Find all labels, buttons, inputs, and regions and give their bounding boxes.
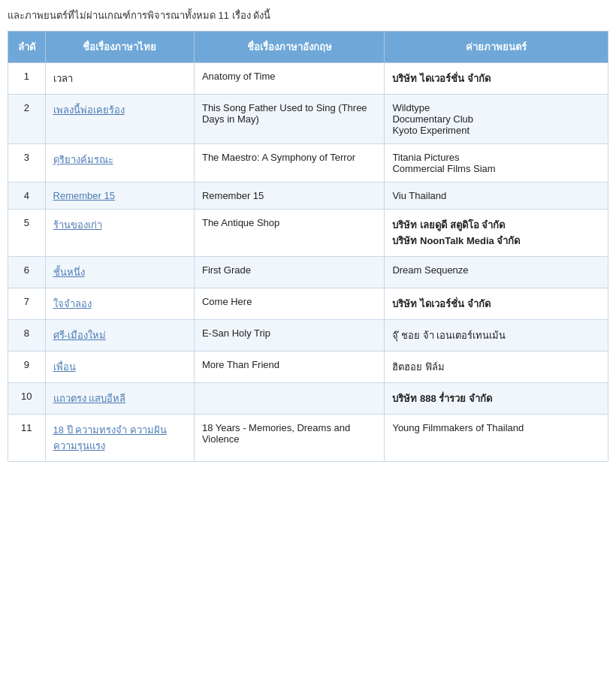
cell-english: Anatomy of Time [194,63,384,95]
cell-thai[interactable]: 18 ปี ความทรงจำ ความฝัน ความรุนแรง [45,415,194,462]
cell-num: 1 [8,63,46,95]
cell-studio: Young Filmmakers of Thailand [385,415,608,462]
cell-english: More Than Friend [194,352,384,383]
thai-title-link[interactable]: แถวตรง แสบอีหลี [53,393,126,404]
cell-num: 5 [8,210,46,257]
table-row: 7ใจจำลองCome Hereบริษัท ไดเวอร์ชั่น จำกั… [8,288,608,320]
thai-title-link[interactable]: Remember 15 [53,190,115,201]
thai-title-link[interactable]: ศรี-เมืองใหม่ [53,330,106,341]
cell-studio: Dream Sequenze [385,257,608,288]
cell-studio: บริษัท เลยดูดี สตูดิโอ จำกัดบริษัท NoonT… [385,210,608,257]
studio-name: Dream Sequenze [392,264,468,276]
thai-title-link[interactable]: ดุริยางค์มรณะ [53,154,113,165]
cell-english: 18 Years - Memories, Dreams and Violence [194,415,384,462]
cell-english: E-San Holy Trip [194,320,384,352]
thai-title-link[interactable]: ชั้นหนึ่ง [53,267,85,278]
cell-num: 6 [8,257,46,288]
cell-studio: จุ๊ ชอย จ้า เอนเตอร์เทนเม้น [385,320,608,352]
table-row: 2เพลงนี้พ่อเคยร้องThis Song Father Used … [8,95,608,144]
cell-thai[interactable]: ศรี-เมืองใหม่ [45,320,194,352]
studio-name: Commercial Films Siam [392,163,495,174]
cell-studio: บริษัท ไดเวอร์ชั่น จำกัด [385,63,608,95]
cell-thai: เวลา [45,63,194,95]
header-num: ลำดั [8,32,46,63]
cell-num: 2 [8,95,46,144]
studio-name: Young Filmmakers of Thailand [392,422,524,433]
table-row: 1เวลาAnatomy of Timeบริษัท ไดเวอร์ชั่น จ… [8,63,608,95]
studio-name: Kyoto Experiment [392,125,470,136]
table-row: 9เพื่อนMore Than Friendฮิตฮอย ฟิล์ม [8,352,608,383]
thai-title-link[interactable]: ใจจำลอง [53,298,92,309]
cell-english: Come Here [194,288,384,320]
table-row: 1118 ปี ความทรงจำ ความฝัน ความรุนแรง18 Y… [8,415,608,462]
table-row: 8ศรี-เมืองใหม่E-San Holy Tripจุ๊ ชอย จ้า… [8,320,608,352]
studio-name: Documentary Club [392,113,473,125]
cell-num: 4 [8,183,46,210]
cell-english: First Grade [194,257,384,288]
studio-name: ฮิตฮอย ฟิล์ม [392,361,445,373]
cell-english: The Maestro: A Symphony of Terror [194,144,384,183]
cell-num: 9 [8,352,46,383]
cell-thai[interactable]: ใจจำลอง [45,288,194,320]
header-thai: ชื่อเรื่องภาษาไทย [45,32,194,63]
studio-name: Wildtype [392,102,430,113]
studio-name: บริษัท 888 ร่ำรวย จำกัด [392,393,492,404]
thai-title-link[interactable]: ร้านของเก่า [53,219,102,231]
cell-studio: บริษัท 888 ร่ำรวย จำกัด [385,383,608,415]
studio-name: Titania Pictures [392,152,459,163]
cell-studio: ฮิตฮอย ฟิล์ม [385,352,608,383]
header-english: ชื่อเรื่องภาษาอังกฤษ [194,32,384,63]
cell-num: 3 [8,144,46,183]
cell-studio: บริษัท ไดเวอร์ชั่น จำกัด [385,288,608,320]
thai-title-link[interactable]: เพื่อน [53,361,76,373]
cell-thai[interactable]: แถวตรง แสบอีหลี [45,383,194,415]
films-table: ลำดั ชื่อเรื่องภาษาไทย ชื่อเรื่องภาษาอัง… [8,31,608,462]
cell-studio: Viu Thailand [385,183,608,210]
studio-name: บริษัท ไดเวอร์ชั่น จำกัด [392,298,490,309]
cell-num: 7 [8,288,46,320]
cell-num: 11 [8,415,46,462]
table-row: 4Remember 15Remember 15Viu Thailand [8,183,608,210]
studio-name: บริษัท ไดเวอร์ชั่น จำกัด [392,73,490,84]
cell-num: 8 [8,320,46,352]
thai-title-link[interactable]: 18 ปี ความทรงจำ ความฝัน ความรุนแรง [53,424,167,451]
studio-name: จุ๊ ชอย จ้า เอนเตอร์เทนเม้น [392,330,506,341]
cell-studio: WildtypeDocumentary ClubKyoto Experiment [385,95,608,144]
table-row: 5ร้านของเก่าThe Antique Shopบริษัท เลยดู… [8,210,608,257]
studio-name: บริษัท เลยดูดี สตูดิโอ จำกัด [392,219,505,231]
studio-name: บริษัท NoonTalk Media จำกัด [392,235,520,246]
cell-english: The Antique Shop [194,210,384,257]
cell-studio: Titania PicturesCommercial Films Siam [385,144,608,183]
cell-thai[interactable]: ชั้นหนึ่ง [45,257,194,288]
cell-thai[interactable]: ร้านของเก่า [45,210,194,257]
cell-english: This Song Father Used to Sing (Three Day… [194,95,384,144]
cell-thai[interactable]: เพลงนี้พ่อเคยร้อง [45,95,194,144]
cell-thai[interactable]: ดุริยางค์มรณะ [45,144,194,183]
header-studio: ค่ายภาพยนตร์ [385,32,608,63]
thai-title-link[interactable]: เพลงนี้พ่อเคยร้อง [53,104,125,116]
table-row: 3ดุริยางค์มรณะThe Maestro: A Symphony of… [8,144,608,183]
table-row: 10แถวตรง แสบอีหลีบริษัท 888 ร่ำรวย จำกัด [8,383,608,415]
cell-english [194,383,384,415]
cell-thai[interactable]: Remember 15 [45,183,194,210]
intro-text: และภาพยนตร์ที่ไม่ผ่านเกณฑ์การพิจารณาทั้ง… [8,8,608,23]
table-row: 6ชั้นหนึ่งFirst GradeDream Sequenze [8,257,608,288]
cell-thai[interactable]: เพื่อน [45,352,194,383]
studio-name: Viu Thailand [392,190,446,201]
cell-num: 10 [8,383,46,415]
cell-english: Remember 15 [194,183,384,210]
